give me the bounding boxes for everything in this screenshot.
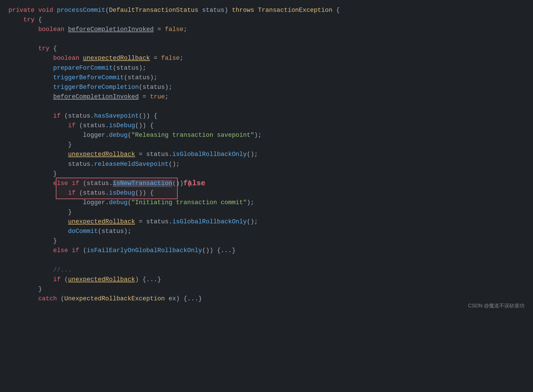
- code-line: catch (UnexpectedRollbackException ex) {…: [8, 294, 525, 304]
- code-line: logger.debug("Releasing transaction save…: [8, 131, 525, 140]
- code-line: unexpectedRollback = status.isGlobalRoll…: [8, 150, 525, 159]
- code-line: }: [8, 285, 525, 294]
- code-line: }: [8, 169, 525, 179]
- watermark: CSDN @魔道不误砍柴功: [468, 302, 525, 310]
- code-line: [8, 102, 525, 111]
- code-line: try {: [8, 44, 525, 54]
- code-line: logger.debug("Initiating transaction com…: [8, 198, 525, 208]
- code-line: //...: [8, 265, 525, 275]
- code-line: doCommit(status);: [8, 227, 525, 236]
- code-line: if (unexpectedRollback) {...}: [8, 275, 525, 285]
- code-line: if (status.isDebug()) {: [8, 188, 525, 198]
- code-line: [8, 34, 525, 44]
- code-line: beforeCompletionInvoked = true;: [8, 92, 525, 102]
- code-container: private void processCommit(DefaultTransa…: [0, 3, 533, 315]
- code-line: else if (status.isNewTransaction()) {: [8, 179, 525, 188]
- code-line: triggerBeforeCommit(status);: [8, 73, 525, 83]
- code-line: if (status.hasSavepoint()) {: [8, 111, 525, 121]
- code-line: if (status.isDebug()) {: [8, 121, 525, 131]
- code-line: }: [8, 208, 525, 217]
- code-line: private void processCommit(DefaultTransa…: [8, 6, 525, 15]
- false-label: false: [183, 178, 205, 189]
- code-line: status.releaseHeldSavepoint();: [8, 160, 525, 169]
- code-line: else if (isFailEarlyOnGlobalRollbackOnly…: [8, 246, 525, 256]
- isNewTransaction-highlight: isNewTransaction: [113, 180, 172, 187]
- code-line: prepareForCommit(status);: [8, 63, 525, 73]
- code-line: unexpectedRollback = status.isGlobalRoll…: [8, 217, 525, 227]
- code-line: }: [8, 236, 525, 246]
- code-line: }: [8, 140, 525, 150]
- code-line: [8, 256, 525, 265]
- code-line: triggerBeforeCompletion(status);: [8, 83, 525, 92]
- code-line: boolean unexpectedRollback = false;: [8, 54, 525, 63]
- code-line: try {: [8, 15, 525, 25]
- code-line: boolean beforeCompletionInvoked = false;: [8, 25, 525, 34]
